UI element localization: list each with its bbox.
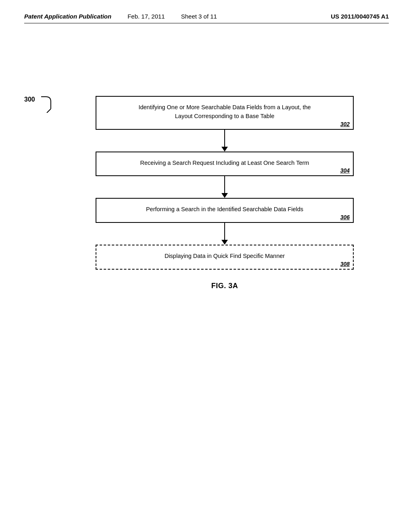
header-divider (24, 23, 389, 23)
arrow-306-308 (221, 223, 228, 245)
arrow-line (224, 176, 225, 193)
box-304: Receiving a Search Request Including at … (96, 152, 354, 177)
publication-label: Patent Application Publication (24, 13, 111, 20)
arrow-302-304 (221, 130, 228, 152)
arrow-line (224, 130, 225, 147)
arrow-304-306 (221, 176, 228, 198)
box-306: Performing a Search in the Identified Se… (96, 198, 354, 223)
header: Patent Application Publication Feb. 17, … (0, 0, 413, 20)
arrow-head (221, 147, 228, 152)
arrow-head (221, 240, 228, 245)
box-306-num: 306 (340, 214, 350, 220)
box-306-text: Performing a Search in the Identified Se… (104, 205, 345, 214)
box-302: Identifying One or More Searchable Data … (96, 96, 354, 130)
label-300: 300 (24, 96, 35, 103)
box-302-text: Identifying One or More Searchable Data … (104, 103, 345, 121)
box-308-text: Displaying Data in Quick Find Specific M… (104, 252, 345, 261)
svg-line-1 (47, 109, 51, 113)
arrow-line (224, 223, 225, 240)
figure-caption: FIG. 3A (211, 282, 238, 290)
label-300-text: 300 (24, 96, 35, 103)
box-308: Displaying Data in Quick Find Specific M… (96, 245, 354, 270)
header-sheet: Sheet 3 of 11 (181, 13, 217, 20)
diagram-area: 300 Identifying One or More Searchable D… (24, 96, 389, 290)
header-date: Feb. 17, 2011 (127, 13, 165, 20)
box-302-num: 302 (340, 121, 350, 127)
page: Patent Application Publication Feb. 17, … (0, 0, 413, 532)
arrow-head (221, 193, 228, 198)
flowchart: Identifying One or More Searchable Data … (60, 96, 389, 290)
bracket-300-icon (40, 95, 52, 113)
box-308-num: 308 (340, 261, 350, 267)
box-304-text: Receiving a Search Request Including at … (104, 159, 345, 168)
header-patent: US 2011/0040745 A1 (331, 13, 389, 20)
box-304-num: 304 (340, 167, 350, 174)
